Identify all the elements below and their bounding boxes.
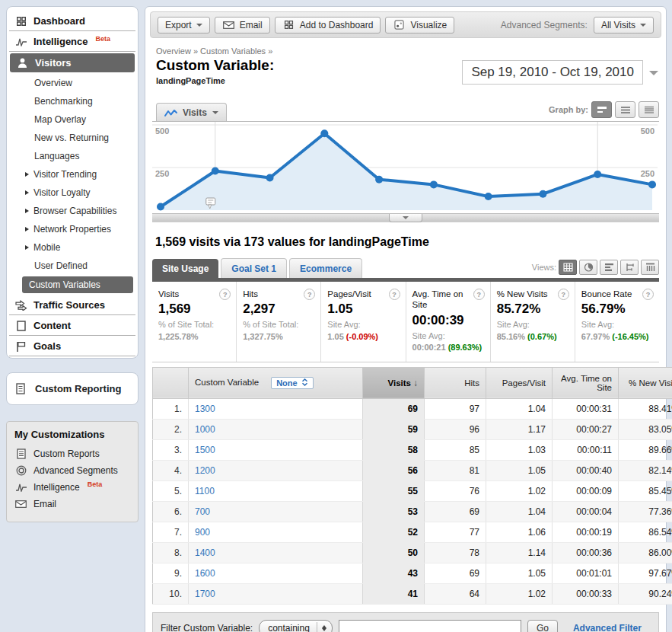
custom-variable-link[interactable]: 1300 (195, 404, 215, 414)
table-cell: 97.67% (619, 563, 672, 583)
sidebar-item-new-vs-returning[interactable]: New vs. Returning (7, 129, 138, 147)
metric-delta: (0.67%) (527, 332, 557, 341)
column-header-custom-variable[interactable]: Custom VariableNone (189, 367, 363, 398)
metric-sub-label: % of Site Total: (158, 320, 214, 329)
custom-variable-link[interactable]: 1700 (195, 589, 215, 599)
custom-variable-link[interactable]: 1500 (195, 445, 215, 455)
metric-sub-value: 85.16% (497, 332, 525, 341)
sidebar-item-label: Traffic Sources (33, 299, 105, 311)
my-customizations-item-intelligence[interactable]: IntelligenceBeta (14, 479, 130, 496)
percentage-view-button[interactable] (579, 260, 597, 275)
sidebar-item-custom-variables[interactable]: Custom Variables (22, 276, 133, 293)
sidebar-item-label: Network Properties (33, 224, 111, 235)
sidebar-item-traffic-sources[interactable]: Traffic Sources (7, 295, 138, 314)
custom-variable-link[interactable]: 1400 (195, 547, 215, 558)
custom-variable-link[interactable]: 700 (195, 506, 210, 517)
table-cell: 78 (425, 542, 486, 563)
help-icon[interactable]: ? (642, 289, 654, 300)
comparison-view-button[interactable] (620, 260, 639, 275)
custom-variable-link[interactable]: 1100 (195, 486, 215, 496)
pivot-view-button[interactable] (641, 260, 659, 275)
advanced-filter-link[interactable]: Advanced Filter (573, 623, 642, 632)
help-icon[interactable]: ? (473, 289, 485, 300)
custom-variable-link[interactable]: 1600 (195, 568, 215, 579)
dashboard-grid-icon (282, 20, 295, 30)
email-label: Email (240, 20, 263, 30)
intelligence-sparkline-icon (14, 37, 27, 46)
graph-by-day-button[interactable] (591, 101, 612, 118)
help-icon[interactable]: ? (558, 289, 569, 300)
sidebar-item-map-overlay[interactable]: Map Overlay (7, 110, 138, 129)
chart-collapse-button[interactable] (389, 214, 422, 222)
sidebar-item-user-defined[interactable]: User Defined (7, 257, 138, 275)
breadcrumb-link[interactable]: Custom Variables (200, 46, 266, 56)
column-header-label: Avg. Time on Site (561, 374, 612, 392)
custom-variable-link[interactable]: 1000 (195, 424, 215, 435)
custom-variable-link[interactable]: 1200 (195, 465, 215, 476)
sidebar-item-intelligence[interactable]: IntelligenceBeta (7, 31, 138, 51)
table-cell: 00:00:27 (553, 419, 619, 439)
sidebar-item-visitors[interactable]: Visitors (10, 53, 135, 72)
tab-ecommerce[interactable]: Ecommerce (289, 258, 362, 278)
email-button[interactable]: Email (215, 17, 270, 34)
column-header-avg-time-on-site[interactable]: Avg. Time on Site (553, 367, 619, 398)
secondary-dimension-dropdown[interactable]: None (271, 377, 314, 389)
sidebar-item-content[interactable]: Content (7, 315, 138, 335)
my-customizations-item-advanced-segments[interactable]: Advanced Segments (14, 462, 130, 479)
tab-site-usage[interactable]: Site Usage (152, 259, 218, 278)
filter-go-button[interactable]: Go (527, 620, 558, 632)
metric-value: 56.79% (581, 302, 653, 317)
column-header-hits[interactable]: Hits (425, 367, 486, 398)
chart-range-scrollbar[interactable] (152, 213, 659, 222)
table-cell: 00:00:11 (553, 439, 619, 460)
sidebar-item-mobile[interactable]: Mobile (7, 238, 138, 257)
sidebar-item-languages[interactable]: Languages (7, 147, 138, 165)
chart-metric-dropdown[interactable]: Visits (156, 103, 227, 121)
filter-operator-select[interactable]: containing (259, 620, 333, 632)
visualize-button[interactable]: Visualize (385, 17, 454, 34)
table-cell: 00:01:01 (553, 563, 619, 583)
sidebar-item-visitor-loyalty[interactable]: Visitor Loyalty (7, 184, 138, 202)
help-icon[interactable]: ? (389, 289, 400, 300)
performance-view-button[interactable] (600, 260, 618, 275)
sidebar-item-label: Mobile (33, 242, 60, 253)
graph-by-week-button[interactable] (615, 101, 635, 118)
sidebar-item-goals[interactable]: Goals (7, 336, 138, 356)
table-row: 8.140050781.1400:00:3686.00%48.00% (153, 542, 672, 563)
chart-data-point (320, 129, 328, 137)
email-icon (222, 21, 235, 29)
graph-by-month-button[interactable] (639, 101, 659, 118)
column-header-pages-visit[interactable]: Pages/Visit (486, 367, 553, 398)
title-row: Custom Variable: landingPageTime Sep 19,… (156, 57, 658, 85)
sidebar-item-custom-reporting[interactable]: Custom Reporting (6, 372, 139, 405)
table-cell: 00:00:31 (553, 398, 619, 419)
date-range-selector[interactable]: Sep 19, 2010 - Oct 19, 2010 (462, 60, 658, 85)
breadcrumb-link[interactable]: Overview (156, 46, 191, 56)
sidebar-item-dashboard[interactable]: Dashboard (7, 11, 138, 30)
custom-variable-link[interactable]: 900 (195, 527, 210, 538)
filter-input[interactable] (339, 620, 521, 632)
sidebar-item-network-properties[interactable]: Network Properties (7, 220, 138, 238)
column-header-visits[interactable]: Visits↓ (363, 367, 425, 398)
sidebar-item-visitor-trending[interactable]: Visitor Trending (7, 165, 138, 184)
column-header--new-visits[interactable]: % New Visits (619, 367, 672, 398)
sidebar-item-benchmarking[interactable]: Benchmarking (7, 92, 138, 110)
beta-badge: Beta (88, 480, 103, 488)
my-customizations-item-custom-reports[interactable]: Custom Reports (14, 445, 130, 462)
custom-variable-cell: 1100 (189, 480, 363, 501)
email-icon (14, 500, 27, 508)
table-view-button[interactable] (559, 260, 577, 275)
metric-subtext: Site Avg:67.97% (-16.45%) (581, 319, 653, 343)
export-button[interactable]: Export (158, 17, 210, 34)
add-to-dashboard-button[interactable]: Add to Dashboard (275, 17, 381, 34)
row-index-cell: 8. (153, 542, 189, 563)
my-customizations-item-email[interactable]: Email (14, 496, 130, 512)
segment-dropdown[interactable]: All Visits (594, 17, 654, 34)
chart-data-point (266, 174, 274, 181)
sidebar-item-overview[interactable]: Overview (7, 74, 138, 92)
dashboard-grid-icon (14, 16, 27, 27)
content-page-icon (14, 321, 27, 331)
sidebar-item-browser-capabilities[interactable]: Browser Capabilities (7, 202, 138, 220)
table-cell: 88.41% (619, 398, 672, 419)
tab-goal-set-1[interactable]: Goal Set 1 (221, 258, 287, 278)
